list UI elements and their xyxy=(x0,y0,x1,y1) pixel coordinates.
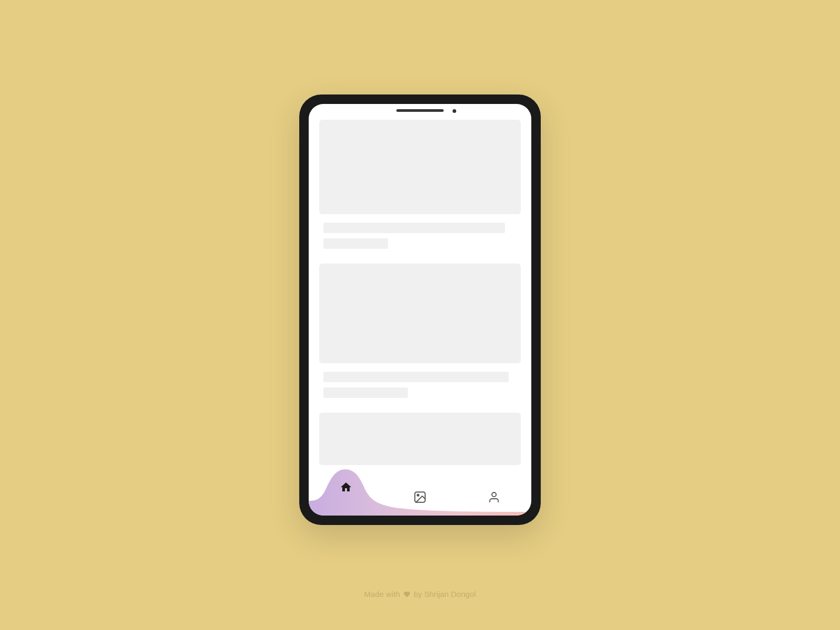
user-icon xyxy=(488,491,500,503)
phone-speaker xyxy=(396,109,444,112)
svg-point-1 xyxy=(417,495,419,496)
skeleton-line xyxy=(323,387,408,398)
skeleton-line xyxy=(323,223,505,233)
credit-text: Made with by Shrijan Dongol xyxy=(364,590,476,598)
nav-items-container xyxy=(309,479,531,516)
nav-home-button[interactable] xyxy=(309,479,383,516)
image-icon xyxy=(413,490,427,504)
svg-point-2 xyxy=(492,492,496,497)
credit-suffix: by Shrijan Dongol xyxy=(414,590,476,598)
home-icon xyxy=(340,481,352,494)
heart-icon xyxy=(403,591,411,598)
nav-gallery-button[interactable] xyxy=(383,479,457,516)
skeleton-card xyxy=(319,120,521,214)
screen xyxy=(309,104,531,516)
phone-frame xyxy=(299,94,541,525)
skeleton-line xyxy=(323,238,388,249)
nav-profile-button[interactable] xyxy=(457,479,531,516)
content-area xyxy=(309,104,531,516)
bottom-navigation xyxy=(309,463,531,516)
skeleton-line xyxy=(323,372,509,382)
skeleton-card xyxy=(319,264,521,363)
credit-prefix: Made with xyxy=(364,590,400,598)
phone-camera xyxy=(453,109,456,113)
skeleton-card xyxy=(319,413,521,465)
